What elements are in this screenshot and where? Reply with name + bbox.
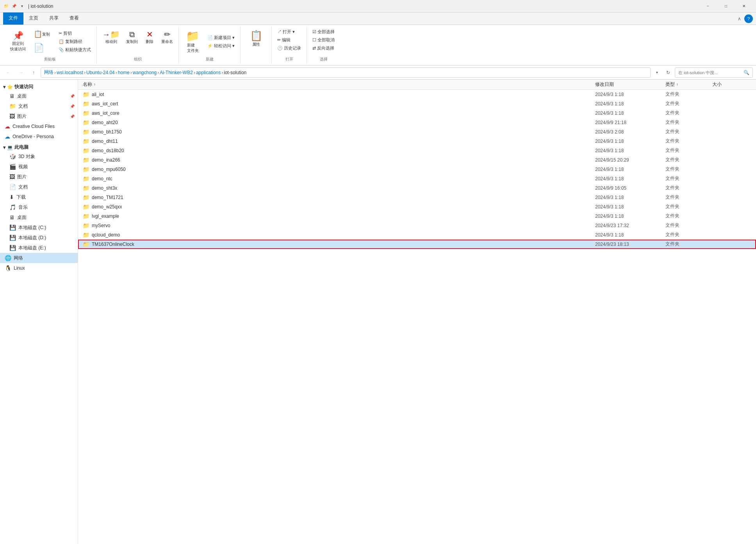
breadcrumb[interactable]: 网络 › wsl.localhost › Ubuntu-24.04 › home… <box>41 68 651 78</box>
history-button[interactable]: 🕐 历史记录 <box>275 44 303 52</box>
table-row[interactable]: 📁 myServo 2024/9/23 17:32 文件夹 <box>78 221 756 230</box>
col-type-header[interactable]: 类型 ↑ <box>665 81 712 88</box>
table-row[interactable]: 📁 qcloud_demo 2024/9/3 1:18 文件夹 <box>78 230 756 240</box>
sidebar-item-pictures[interactable]: 🖼 图片 <box>0 172 78 182</box>
tab-view[interactable]: 查看 <box>64 12 84 25</box>
sidebar-item-drive-c[interactable]: 💾 本地磁盘 (C:) <box>0 222 78 233</box>
breadcrumb-wsl[interactable]: wsl.localhost <box>57 70 83 75</box>
col-name-header[interactable]: 名称 ↑ <box>83 81 595 88</box>
sidebar-item-pictures-quick[interactable]: 🖼 图片 📌 <box>0 111 78 121</box>
linux-icon: 🐧 <box>5 265 11 271</box>
up-button[interactable]: ↑ <box>28 67 39 78</box>
table-row[interactable]: 📁 demo_aht20 2024/9/9 21:18 文件夹 <box>78 118 756 127</box>
clipboard-label: 剪贴板 <box>44 55 56 62</box>
file-name-cell: 📁 qcloud_demo <box>83 232 595 238</box>
close-button[interactable]: ✕ <box>735 0 753 12</box>
table-row[interactable]: 📁 lvgl_example 2024/9/3 1:18 文件夹 <box>78 212 756 221</box>
search-box[interactable]: 🔍 <box>675 68 753 78</box>
file-date-cell: 2024/9/23 17:32 <box>595 223 665 228</box>
table-row[interactable]: 📁 demo_bh1750 2024/9/3 2:08 文件夹 <box>78 127 756 137</box>
sidebar-item-downloads[interactable]: ⬇ 下载 <box>0 192 78 202</box>
quick-access-header[interactable]: ▾ ⭐ 快速访问 <box>0 81 78 91</box>
window-title: | iot-solution <box>28 4 699 9</box>
move-to-button[interactable]: →📁 移动到 <box>100 28 122 46</box>
sidebar-item-music[interactable]: 🎵 音乐 <box>0 202 78 212</box>
quick-access-label: 快速访问 <box>14 84 33 90</box>
tab-share[interactable]: 共享 <box>44 12 64 25</box>
edit-button[interactable]: ✏ 编辑 <box>275 36 303 44</box>
sidebar-item-drive-e[interactable]: 💾 本地磁盘 (E:) <box>0 243 78 253</box>
sidebar-item-desktop-pc[interactable]: 🖥 桌面 <box>0 212 78 222</box>
menu-icon[interactable]: ▾ <box>19 3 25 9</box>
col-size-header[interactable]: 大小 <box>712 81 751 88</box>
search-input[interactable] <box>678 70 742 75</box>
table-row[interactable]: 📁 demo_mpu6050 2024/9/3 1:18 文件夹 <box>78 165 756 174</box>
tab-file[interactable]: 文件 <box>3 12 23 25</box>
sidebar-item-network[interactable]: 🌐 网络 <box>0 253 78 263</box>
table-row[interactable]: 📁 ali_iot 2024/9/3 1:18 文件夹 <box>78 90 756 99</box>
select-all-button[interactable]: ☑ 全部选择 <box>310 28 337 36</box>
copy-path-button[interactable]: 📋 复制路径 <box>56 38 93 45</box>
sidebar-item-documents[interactable]: 📄 文档 <box>0 182 78 192</box>
file-date-cell: 2024/9/15 20:29 <box>595 157 665 163</box>
rename-button[interactable]: ✏ 重命名 <box>159 28 175 46</box>
cut-button[interactable]: ✂ 剪切 <box>56 30 93 37</box>
breadcrumb-device[interactable]: Ai-Thinker-WB2 <box>160 70 193 75</box>
sidebar-item-desktop-quick[interactable]: 🖥 桌面 📌 <box>0 91 78 101</box>
table-row[interactable]: 📁 demo_ds18b20 2024/9/3 1:18 文件夹 <box>78 146 756 155</box>
table-row[interactable]: 📁 TM1637OnlineClock 2024/9/23 18:13 文件夹 <box>78 240 756 249</box>
sidebar-item-3d[interactable]: 🎲 3D 对象 <box>0 151 78 162</box>
paste-button[interactable]: 📄 <box>31 41 55 55</box>
sidebar-item-drive-d[interactable]: 💾 本地磁盘 (D:) <box>0 233 78 243</box>
col-date-header[interactable]: 修改日期 <box>595 81 665 88</box>
properties-button[interactable]: 📋 属性 <box>246 28 266 49</box>
sidebar-item-linux[interactable]: 🐧 Linux <box>0 263 78 273</box>
table-row[interactable]: 📁 demo_ntc 2024/9/3 1:18 文件夹 <box>78 174 756 183</box>
quick-access-icon[interactable]: 📌 <box>11 3 17 9</box>
tab-home[interactable]: 主页 <box>23 12 44 25</box>
file-type-cell: 文件夹 <box>665 156 712 163</box>
sidebar-item-onedrive[interactable]: ☁ OneDrive - Persona <box>0 132 78 142</box>
pin-to-quick-access-button[interactable]: 📌 固定到快速访问 <box>6 29 30 53</box>
paste-shortcut-button[interactable]: 📎 粘贴快捷方式 <box>56 46 93 53</box>
file-date-cell: 2024/9/3 1:18 <box>595 204 665 210</box>
table-row[interactable]: 📁 demo_sht3x 2024/9/9 16:05 文件夹 <box>78 183 756 193</box>
delete-button[interactable]: ✕ 删除 <box>142 28 157 46</box>
breadcrumb-network[interactable]: 网络 <box>44 69 53 76</box>
address-dropdown-button[interactable]: ▾ <box>652 68 662 78</box>
breadcrumb-user[interactable]: wangchong <box>133 70 157 75</box>
open-button[interactable]: ↗ 打开 ▾ <box>275 28 303 36</box>
copy-to-button[interactable]: ⧉ 复制到 <box>124 28 140 46</box>
sidebar-item-video[interactable]: 🎬 视频 <box>0 162 78 172</box>
table-row[interactable]: 📁 demo_TM1721 2024/9/3 1:18 文件夹 <box>78 193 756 202</box>
sidebar-item-docs-quick[interactable]: 📁 文档 📌 <box>0 101 78 111</box>
table-row[interactable]: 📁 demo_ina266 2024/9/15 20:29 文件夹 <box>78 155 756 165</box>
copy-button[interactable]: 📋复制 <box>31 28 55 41</box>
breadcrumb-apps[interactable]: applications <box>196 70 221 75</box>
breadcrumb-ubuntu[interactable]: Ubuntu-24.04 <box>86 70 115 75</box>
new-item-button[interactable]: 📄 新建项目 ▾ <box>205 34 237 41</box>
new-folder-button[interactable]: 📁 新建文件夹 <box>182 28 203 55</box>
file-date-cell: 2024/9/3 1:18 <box>595 101 665 107</box>
refresh-button[interactable]: ↻ <box>663 68 673 78</box>
help-icon[interactable]: ? <box>744 14 753 23</box>
select-none-button[interactable]: ☐ 全部取消 <box>310 36 337 44</box>
ribbon-expand-icon[interactable]: ∧ <box>736 16 743 21</box>
this-pc-header[interactable]: ▾ 💻 此电脑 <box>0 142 78 151</box>
table-row[interactable]: 📁 demo_dht11 2024/9/3 1:18 文件夹 <box>78 137 756 146</box>
maximize-button[interactable]: □ <box>717 0 735 12</box>
sidebar-item-creative-cloud[interactable]: ☁ Creative Cloud Files <box>0 121 78 132</box>
file-date-cell: 2024/9/3 1:18 <box>595 92 665 97</box>
easy-access-button[interactable]: ⚡ 轻松访问 ▾ <box>205 42 237 50</box>
back-button[interactable]: ← <box>3 67 14 78</box>
breadcrumb-home[interactable]: home <box>118 70 130 75</box>
address-bar: ← → ↑ 网络 › wsl.localhost › Ubuntu-24.04 … <box>0 66 756 80</box>
this-pc-label: 此电脑 <box>14 144 29 151</box>
window-icon: 📁 <box>3 3 9 9</box>
table-row[interactable]: 📁 aws_iot_core 2024/9/3 1:18 文件夹 <box>78 108 756 118</box>
invert-selection-button[interactable]: ⇄ 反向选择 <box>310 44 337 52</box>
table-row[interactable]: 📁 aws_iot_cert 2024/9/3 1:18 文件夹 <box>78 99 756 108</box>
minimize-button[interactable]: − <box>699 0 717 12</box>
forward-button[interactable]: → <box>16 67 27 78</box>
table-row[interactable]: 📁 demo_w25qxx 2024/9/3 1:18 文件夹 <box>78 202 756 212</box>
